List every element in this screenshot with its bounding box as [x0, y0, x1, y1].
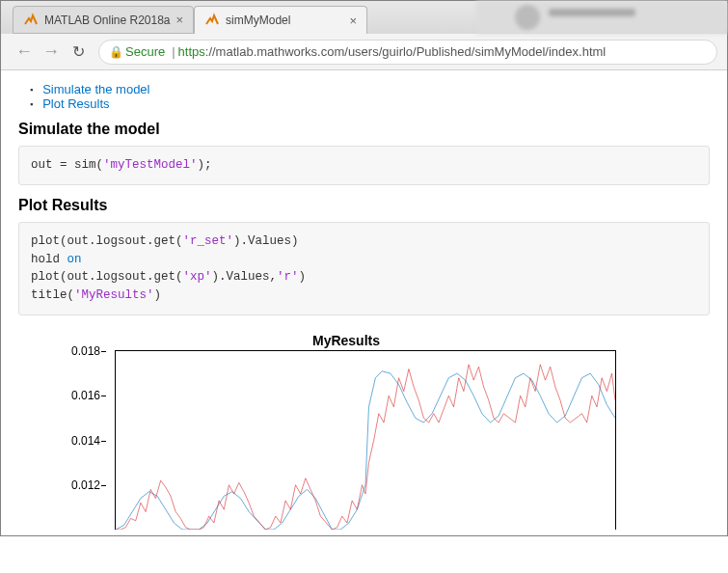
- chart: MyResults 0.0120.0140.0160.018: [76, 333, 616, 530]
- chart-plot-area: [116, 351, 615, 530]
- code-block-sim: out = sim('myTestModel');: [18, 146, 710, 185]
- tab-bar: MATLAB Online R2018a × simMyModel ×: [1, 1, 727, 34]
- tab-matlab-online[interactable]: MATLAB Online R2018a ×: [13, 6, 194, 34]
- url-input[interactable]: 🔒 Secure | https://matlab.mathworks.com/…: [98, 40, 717, 65]
- back-button[interactable]: ←: [11, 41, 38, 62]
- ytick-label: 0.012: [71, 478, 100, 492]
- code-block-plot: plot(out.logsout.get('r_set').Values) ho…: [18, 222, 710, 315]
- forward-button[interactable]: →: [38, 41, 65, 62]
- tab-title: simMyModel: [226, 14, 343, 27]
- ytick-label: 0.016: [71, 389, 100, 402]
- chart-series-r_set: [116, 371, 615, 530]
- matlab-icon: [23, 13, 39, 28]
- ytick-label: 0.014: [71, 434, 100, 448]
- url-path: ://matlab.mathworks.com/users/guirlo/Pub…: [205, 44, 606, 59]
- lock-icon: 🔒: [109, 45, 123, 59]
- tab-title: MATLAB Online R2018a: [44, 14, 171, 27]
- chart-title: MyResults: [76, 333, 616, 348]
- page-content: Simulate the model Plot Results Simulate…: [1, 70, 727, 535]
- secure-label: Secure: [125, 44, 165, 59]
- close-icon[interactable]: ×: [176, 13, 184, 27]
- tab-simmymodel[interactable]: simMyModel ×: [194, 6, 367, 34]
- toc-link-plot[interactable]: Plot Results: [42, 96, 109, 111]
- chart-series-xp: [116, 365, 615, 530]
- profile-blur: [476, 1, 727, 34]
- reload-button[interactable]: ↻: [65, 42, 93, 61]
- ytick-label: 0.018: [71, 344, 100, 358]
- section-heading-plot: Plot Results: [18, 197, 710, 214]
- section-heading-simulate: Simulate the model: [18, 121, 710, 138]
- address-bar: ← → ↻ 🔒 Secure | https://matlab.mathwork…: [1, 34, 727, 70]
- matlab-icon: [204, 13, 220, 28]
- chart-axes: 0.0120.0140.0160.018: [115, 350, 616, 530]
- table-of-contents: Simulate the model Plot Results: [30, 82, 710, 111]
- toc-link-simulate[interactable]: Simulate the model: [42, 82, 149, 96]
- url-scheme: https: [178, 44, 205, 59]
- close-icon[interactable]: ×: [350, 14, 358, 28]
